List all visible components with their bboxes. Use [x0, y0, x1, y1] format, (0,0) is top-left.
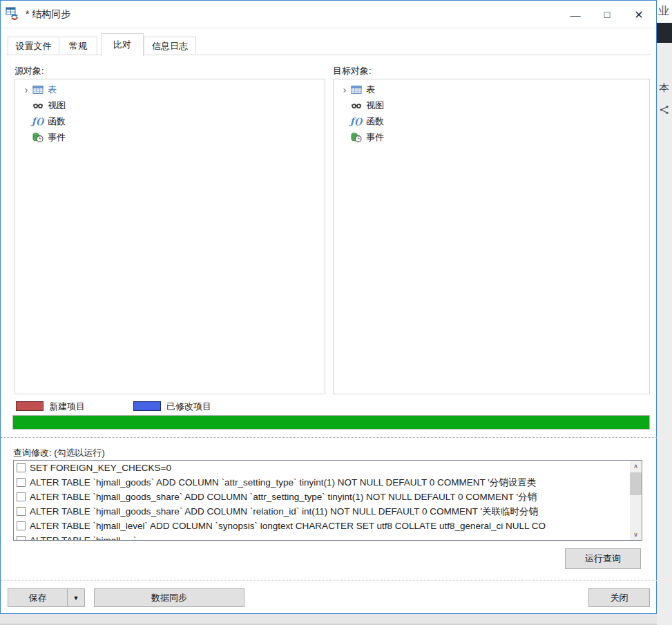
splitter-handle[interactable]: [1, 437, 657, 438]
event-icon: [32, 132, 44, 143]
chevron-down-icon: ▼: [73, 595, 79, 602]
scroll-down-icon[interactable]: ∨: [630, 529, 642, 540]
view-icon: [32, 100, 44, 111]
tree-item-label: 视图: [48, 99, 66, 112]
source-objects-tree[interactable]: › 表: [15, 79, 325, 394]
tree-item-label: 函数: [366, 115, 384, 128]
progress-fill: [13, 416, 649, 429]
minimize-button[interactable]: —: [559, 1, 591, 28]
tree-item-label: 表: [366, 84, 375, 96]
tree-item-views[interactable]: 视图: [334, 97, 649, 113]
table-icon: [350, 84, 363, 95]
tab-general[interactable]: 常规: [59, 37, 97, 55]
query-row[interactable]: ALTER TABLE `hjmall_level` ADD COLUMN `s…: [14, 519, 642, 533]
legend-modified-item-swatch: [133, 401, 161, 411]
sql-text: ALTER TABLE `hjmall_goods_share` ADD COL…: [30, 506, 538, 518]
chevron-right-icon[interactable]: ›: [21, 85, 32, 95]
checkbox[interactable]: [17, 507, 26, 516]
tree-item-label: 事件: [48, 131, 66, 144]
screen: 业 本: [0, 0, 672, 625]
sql-text: ALTER TABLE `hjmall_...`: [30, 535, 137, 541]
background-text-fragment-2: 本: [659, 81, 669, 95]
tab-profile[interactable]: 设置文件: [8, 37, 59, 55]
tab-compare[interactable]: 比对: [101, 33, 144, 56]
checkbox[interactable]: [17, 463, 26, 472]
query-list[interactable]: SET FOREIGN_KEY_CHECKS=0 ALTER TABLE `hj…: [13, 460, 642, 541]
share-icon: [660, 105, 669, 117]
tree-item-functions[interactable]: ƒ() 函数: [15, 113, 325, 129]
data-synchronization-button[interactable]: 数据同步: [94, 588, 244, 607]
tab-message-log[interactable]: 信息日志: [144, 37, 196, 55]
query-row[interactable]: ALTER TABLE `hjmall_goods_share` ADD COL…: [14, 490, 642, 504]
background-app-strip: 业 本: [657, 0, 672, 625]
tree-item-label: 事件: [366, 131, 384, 144]
tabbar: 设置文件 常规 比对 信息日志: [1, 29, 656, 55]
close-window-button[interactable]: ✕: [623, 1, 655, 28]
table-icon: [32, 84, 44, 95]
background-dark-panel-fragment: [657, 23, 672, 43]
sql-text: ALTER TABLE `hjmall_level` ADD COLUMN `s…: [30, 521, 546, 531]
checkbox[interactable]: [17, 492, 26, 501]
tree-item-functions[interactable]: ƒ() 函数: [334, 113, 649, 129]
structure-sync-dialog: * 结构同步 — □ ✕ 设置文件 常规 比对 信息日志 源对象: 目标对象: …: [0, 0, 657, 614]
target-objects-tree[interactable]: › 表: [333, 79, 650, 394]
sql-text: SET FOREIGN_KEY_CHECKS=0: [30, 463, 171, 473]
tree-item-tables[interactable]: › 表: [334, 81, 649, 97]
save-dropdown-button[interactable]: ▼: [67, 588, 85, 607]
tree-item-label: 函数: [48, 115, 66, 128]
query-row[interactable]: ALTER TABLE `hjmall_goods_share` ADD COL…: [14, 504, 642, 519]
maximize-button[interactable]: □: [591, 1, 623, 28]
legend-modified-item-label: 已修改项目: [166, 401, 211, 413]
window-title: * 结构同步: [26, 8, 70, 21]
checkbox[interactable]: [17, 478, 26, 487]
checkbox[interactable]: [17, 536, 26, 541]
tree-item-events[interactable]: 事件: [15, 129, 325, 145]
tree-item-events[interactable]: 事件: [334, 129, 649, 145]
sql-text: ALTER TABLE `hjmall_goods_share` ADD COL…: [30, 491, 537, 503]
view-icon: [350, 100, 363, 111]
function-icon: ƒ(): [32, 116, 44, 126]
save-button[interactable]: 保存: [8, 588, 68, 607]
close-button[interactable]: 关闭: [588, 588, 650, 607]
tree-item-label: 表: [48, 84, 57, 96]
legend-new-item-swatch: [16, 401, 44, 411]
tree-item-label: 视图: [366, 99, 384, 112]
scrollbar-thumb[interactable]: [630, 472, 642, 495]
titlebar[interactable]: * 结构同步 — □ ✕: [1, 1, 656, 28]
structure-sync-icon: [6, 7, 21, 23]
window-controls: — □ ✕: [559, 1, 655, 28]
comparison-progress-bar: [12, 415, 650, 430]
footer-separator: [1, 580, 657, 581]
background-text-fragment: 业: [658, 4, 669, 19]
query-row[interactable]: ALTER TABLE `hjmall_...`: [14, 533, 642, 541]
source-objects-label: 源对象:: [15, 65, 44, 77]
scroll-up-icon[interactable]: ∧: [630, 461, 642, 472]
background-bottom-strip: [0, 614, 657, 625]
vertical-scrollbar[interactable]: ∧ ∨: [630, 461, 642, 540]
tree-item-tables[interactable]: › 表: [15, 81, 325, 97]
target-objects-label: 目标对象:: [333, 65, 372, 77]
sql-text: ALTER TABLE `hjmall_goods` ADD COLUMN `a…: [30, 477, 536, 489]
legend-new-item-label: 新建项目: [49, 401, 85, 413]
query-row[interactable]: ALTER TABLE `hjmall_goods` ADD COLUMN `a…: [14, 475, 642, 490]
query-row[interactable]: SET FOREIGN_KEY_CHECKS=0: [14, 461, 642, 475]
chevron-right-icon[interactable]: ›: [339, 85, 350, 95]
function-icon: ƒ(): [350, 116, 363, 126]
checkbox[interactable]: [17, 521, 26, 530]
query-modification-label: 查询修改: (勾选以运行): [13, 447, 105, 459]
event-icon: [350, 132, 363, 143]
tree-item-views[interactable]: 视图: [15, 97, 325, 113]
run-query-button[interactable]: 运行查询: [565, 548, 641, 569]
